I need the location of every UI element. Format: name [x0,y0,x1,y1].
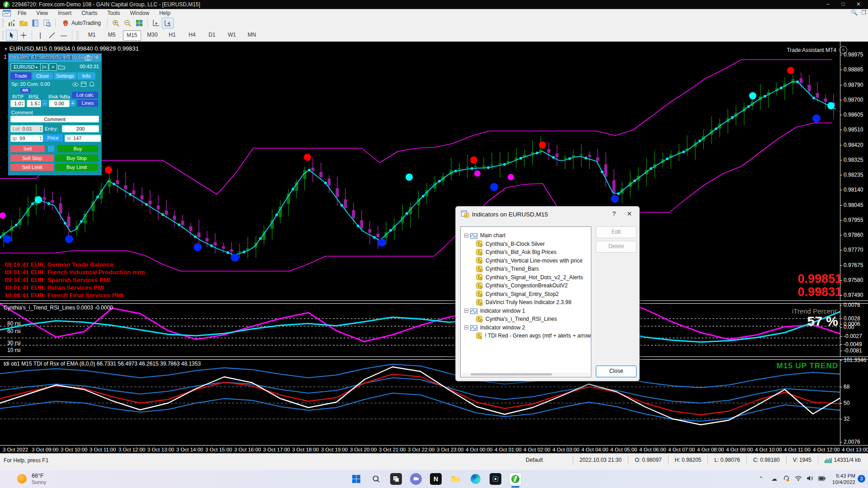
edit-button[interactable]: Edit [596,226,637,238]
toolbar-grip[interactable] [2,31,4,39]
symbol-prev-button[interactable]: |< [40,63,48,71]
sl-input[interactable]: sl 147 [65,135,101,142]
tree-indicator-row[interactable]: fCynthia's_i_Trend_RSI_Lines [461,315,591,323]
volume-icon[interactable] [807,475,813,483]
search-icon[interactable] [370,473,382,485]
timeframe-m30[interactable]: M30 [144,30,161,40]
tray-alert-icon[interactable] [783,475,790,483]
auto-scroll-button[interactable] [162,18,174,28]
buy-button[interactable]: Buy [57,145,98,152]
taskbar-clock[interactable]: 5:43 PM 10/4/2022 [828,473,855,485]
lines-button[interactable]: Lines [77,100,98,107]
notion-icon[interactable]: N [430,473,442,485]
tab-info[interactable]: Info [77,72,95,80]
risk-minus-button[interactable]: - [42,100,47,106]
cursor-tool[interactable] [6,30,18,41]
autotrading-button[interactable]: AutoTrading [58,19,105,28]
tree-window-row[interactable]: Main chart [461,231,591,239]
wifi-icon[interactable] [795,475,802,483]
screen-recorder-icon[interactable] [490,473,501,485]
weather-sun-icon[interactable] [17,474,27,483]
maximize-button[interactable]: □ [835,0,851,9]
main-chart-canvas[interactable] [0,42,840,300]
tree-collapse-icon[interactable] [464,325,468,329]
indicators-tree[interactable]: Main chartfCynthia's_B-Clock SilverfCynt… [460,226,591,377]
new-chart-button[interactable]: + [6,18,18,28]
zoom-in-button[interactable] [110,18,122,28]
tree-indicator-row[interactable]: fCynthia's_Signal_Entry_Stop2 [461,290,591,298]
tab-settings[interactable]: Settings [54,72,76,80]
task-view-icon[interactable] [390,473,402,485]
dialog-help-button[interactable]: ? [612,210,616,217]
menu-file[interactable]: File [13,9,31,17]
onedrive-icon[interactable]: ☁ [771,475,777,482]
folder-icon[interactable] [58,64,65,70]
menu-window[interactable]: Window [125,9,155,17]
rsl-input[interactable]: 1.5▲▼ [27,100,41,107]
notification-badge[interactable]: 3 [858,475,865,483]
start-button[interactable] [350,473,362,485]
restore-child-icon[interactable]: ❐ [861,9,866,16]
menu-search-icon[interactable]: 🔍 [851,9,858,16]
data-window-button[interactable] [41,18,53,28]
tree-indicator-row[interactable]: fCynthia's_Signal_Hot_Dots_v2_2_Alerts [461,273,591,282]
menu-insert[interactable]: Insert [53,9,76,17]
crosshair-tool[interactable] [18,30,29,41]
close-button[interactable]: ✕ [851,0,866,9]
profiles-button[interactable] [18,18,29,28]
sell-stop-button[interactable]: Sell Stop [10,155,54,162]
order-mode-toggle[interactable] [48,145,54,152]
delete-button[interactable]: Delete [596,241,637,253]
sell-limit-button[interactable]: Sell Limit [10,164,54,171]
chart-shift-button[interactable] [150,18,162,28]
weather-temp[interactable]: 66°F [32,473,44,479]
vertical-line-tool[interactable]: | [34,30,46,41]
tree-collapse-icon[interactable] [464,234,468,238]
menu-charts[interactable]: Charts [76,9,102,17]
tdi-indicator-canvas[interactable] [0,359,840,445]
menu-tools[interactable]: Tools [103,9,125,17]
window-splitter[interactable] [0,300,868,304]
tray-expand-icon[interactable]: ⌃ [759,475,764,482]
menu-view[interactable]: View [31,9,53,17]
lot-calc-button[interactable]: Lot calc [72,92,98,99]
tree-indicator-row[interactable]: fCynthia's_CongestionBreakOutV2 [461,282,591,290]
timeframe-m1[interactable]: M1 [83,30,100,40]
buy-limit-button[interactable]: Buy Limit [55,164,98,171]
mt4-taskbar-icon[interactable] [509,473,521,485]
calendar-icon[interactable] [81,81,86,87]
close-dialog-button[interactable]: Close [596,366,637,377]
battery-icon[interactable] [818,475,826,482]
lot-input[interactable]: Lot 0.01▲▼ [10,125,43,132]
risk-input[interactable]: 0.00 [49,100,70,107]
zoom-out-button[interactable] [122,18,133,28]
toolbar-grip[interactable] [2,19,4,27]
risk-plus-button[interactable]: + [70,100,75,106]
symbol-dropdown[interactable]: EURUSD ▾ [10,63,42,71]
file-explorer-icon[interactable] [450,473,462,485]
price-button[interactable]: Price [43,134,63,141]
timeframe-d1[interactable]: D1 [203,30,221,40]
rtp-input[interactable]: 1.0▲▼ [10,100,25,107]
comment-input[interactable]: Comment [10,116,99,122]
window-splitter[interactable] [0,357,868,360]
tree-indicator-row[interactable]: fCynthia's_Bid_Ask Big Prices [461,248,591,256]
timeframe-mn[interactable]: MN [243,30,260,40]
tab-close[interactable]: Close [32,72,53,80]
tree-indicator-row[interactable]: fCynthia's_B-Clock Silver [461,240,591,248]
eye-icon[interactable] [72,82,79,87]
sell-button[interactable]: Sell [10,145,45,152]
tree-indicator-row[interactable]: fDaVinci Truly News Indicator 2.3.98 [461,298,591,306]
tree-indicator-row[interactable]: fCynthia's_Vertical Line-moves with pric… [461,257,591,265]
menu-help[interactable]: Help [154,9,175,17]
trendline-tool[interactable] [46,30,58,41]
navigator-button[interactable] [29,18,41,28]
buy-stop-button[interactable]: Buy Stop [55,155,98,162]
status-profile[interactable]: Default [519,455,573,465]
timeframe-h4[interactable]: H4 [184,30,201,40]
toolbar-grip[interactable] [76,31,79,39]
minimize-button[interactable]: – [820,0,835,9]
tree-window-row[interactable]: Indicator window 2 [461,324,591,332]
tile-windows-button[interactable] [133,18,145,28]
timeframe-m15[interactable]: M15 [123,30,141,41]
